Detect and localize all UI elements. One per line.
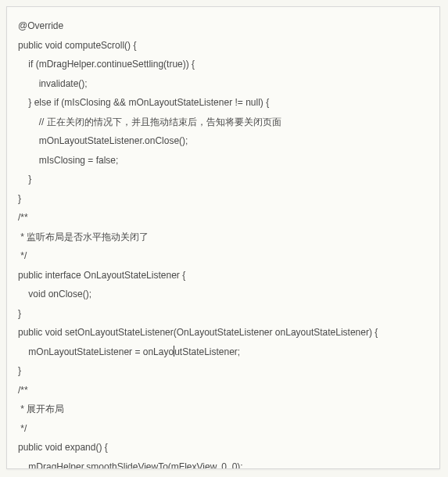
code-line: public void setOnLayoutStateListener(OnL… [18,327,378,338]
code-line: invalidate(); [18,78,88,89]
code-line: } [18,308,21,319]
code-snippet-box: @Override public void computeScroll() { … [6,6,440,469]
code-line: utStateListener; [174,346,240,357]
code-line: mOnLayoutStateListener.onClose(); [18,135,188,146]
code-line: public interface OnLayoutStateListener { [18,270,185,281]
code-line: } [18,193,21,204]
code-line: // 正在关闭的情况下，并且拖动结束后，告知将要关闭页面 [18,117,281,127]
code-line: if (mDragHelper.continueSettling(true)) … [18,59,195,70]
code-line: * 展开布局 [18,403,64,414]
code-line: */ [18,250,27,261]
code-line: void onClose(); [18,289,91,299]
code-line: mIsClosing = false; [18,155,118,166]
code-line: * 监听布局是否水平拖动关闭了 [18,231,149,242]
code-line: */ [18,423,27,434]
code-line: } [18,365,21,376]
code-line: public void expand() { [18,442,108,453]
code-line: public void computeScroll() { [18,40,136,51]
code-line: /** [18,212,28,223]
code-line: } [18,174,31,185]
code-line: mDragHelper.smoothSlideViewTo(mFlexView,… [18,461,243,470]
code-line: /** [18,385,28,396]
code-line: mOnLayoutStateListener = onLayo [18,346,174,357]
code-line: } else if (mIsClosing && mOnLayoutStateL… [18,97,269,108]
code-line: @Override [18,20,63,31]
